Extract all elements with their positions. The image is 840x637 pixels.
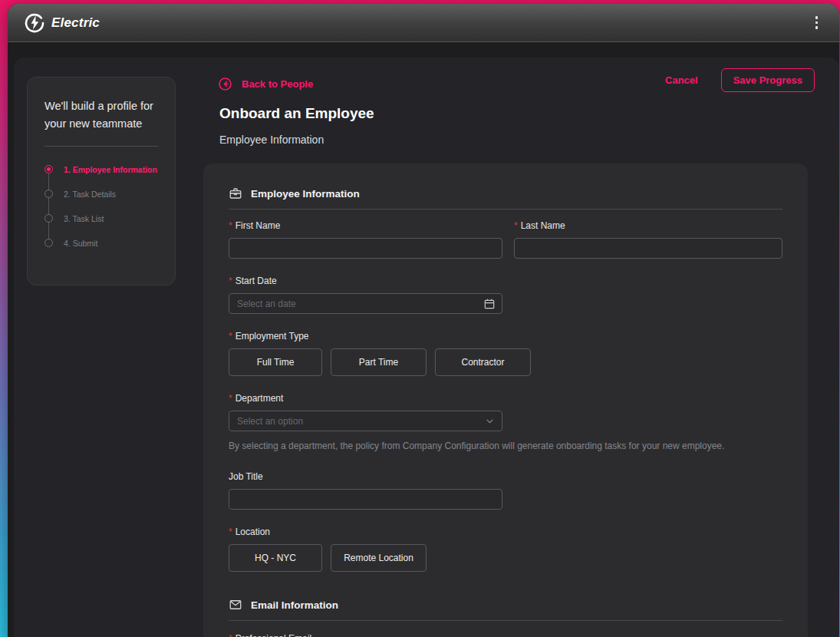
employee-information-section-header: Employee Information xyxy=(229,186,782,210)
main-panel: We'll build a profile for your new teamm… xyxy=(14,58,839,637)
employment-type-part-time-button[interactable]: Part Time xyxy=(331,348,427,376)
save-progress-button[interactable]: Save Progress xyxy=(721,68,815,92)
step-radio-icon xyxy=(44,190,53,198)
lightning-bolt-icon xyxy=(25,13,44,33)
back-link-label: Back to People xyxy=(242,78,313,90)
required-marker: * xyxy=(229,393,232,404)
department-field: * Department Select an option By selecti… xyxy=(229,393,782,454)
required-marker: * xyxy=(229,220,232,231)
step-employee-information[interactable]: 1. Employee Information xyxy=(44,157,158,182)
location-label: Location xyxy=(236,526,270,537)
professional-email-field: * Professional Email Select an option xyxy=(229,633,782,637)
department-helper-text: By selecting a department, the policy fr… xyxy=(229,438,727,454)
employment-type-label: Employment Type xyxy=(236,331,309,342)
department-select-placeholder: Select an option xyxy=(237,416,303,427)
stepper-title: We'll build a profile for your new teamm… xyxy=(44,97,158,134)
department-label: Department xyxy=(236,393,284,404)
job-title-input[interactable] xyxy=(229,489,502,510)
start-date-label: Start Date xyxy=(236,276,277,286)
stepper-steps: 1. Employee Information 2. Task Details … xyxy=(44,157,158,256)
first-name-input[interactable] xyxy=(229,238,502,259)
stepper-divider xyxy=(44,146,158,147)
required-marker: * xyxy=(229,633,232,637)
location-remote-button[interactable]: Remote Location xyxy=(331,544,427,572)
step-task-details[interactable]: 2. Task Details xyxy=(44,182,158,206)
required-marker: * xyxy=(514,220,518,231)
kebab-menu-icon[interactable] xyxy=(811,12,823,34)
stepper-card: We'll build a profile for your new teamm… xyxy=(27,77,176,285)
employment-type-contractor-button[interactable]: Contractor xyxy=(435,348,531,376)
cancel-button[interactable]: Cancel xyxy=(665,74,698,86)
section-title: Employee Information xyxy=(251,188,360,200)
desktop-background: Electric We'll build a profile for your … xyxy=(0,0,840,637)
professional-email-label: Professional Email xyxy=(236,633,311,637)
required-marker: * xyxy=(229,526,232,537)
step-radio-icon xyxy=(44,214,53,223)
app-window: Electric We'll build a profile for your … xyxy=(8,4,839,637)
employment-type-full-time-button[interactable]: Full Time xyxy=(229,348,322,376)
onboarding-form-card: Employee Information * First Name * xyxy=(203,163,808,637)
department-select[interactable]: Select an option xyxy=(229,411,502,431)
step-label: 3. Task List xyxy=(64,214,104,223)
step-task-list[interactable]: 3. Task List xyxy=(44,206,158,231)
back-to-people-link[interactable]: Back to People xyxy=(219,78,313,91)
briefcase-icon xyxy=(229,186,242,200)
job-title-field: Job Title xyxy=(229,471,782,510)
page-title: Onboard an Employee xyxy=(219,105,374,122)
first-name-label: First Name xyxy=(236,220,281,231)
step-label: 1. Employee Information xyxy=(64,165,157,174)
step-radio-icon xyxy=(44,239,53,247)
required-marker: * xyxy=(229,331,232,342)
first-name-field: * First Name xyxy=(229,220,502,259)
step-submit[interactable]: 4. Submit xyxy=(44,231,158,256)
location-hq-nyc-button[interactable]: HQ - NYC xyxy=(229,544,322,572)
last-name-field: * Last Name xyxy=(514,220,782,259)
circled-back-arrow-icon xyxy=(219,78,232,91)
page-subtitle: Employee Information xyxy=(219,134,324,146)
location-field: * Location HQ - NYC Remote Location xyxy=(229,526,782,572)
email-information-section-header: Email Information xyxy=(229,598,782,621)
last-name-label: Last Name xyxy=(521,220,565,231)
email-information-section: Email Information * Professional Email S… xyxy=(229,598,782,637)
start-date-field: * Start Date xyxy=(229,276,782,314)
header-actions: Cancel Save Progress xyxy=(665,68,815,92)
step-label: 2. Task Details xyxy=(64,190,116,199)
step-radio-icon xyxy=(44,165,53,173)
step-label: 4. Submit xyxy=(64,239,97,248)
job-title-label: Job Title xyxy=(229,471,263,482)
calendar-icon[interactable] xyxy=(483,298,496,310)
start-date-input[interactable] xyxy=(229,293,502,314)
section-title: Email Information xyxy=(251,599,338,611)
top-bar: Electric xyxy=(8,4,839,42)
employment-type-field: * Employment Type Full Time Part Time Co… xyxy=(229,331,782,376)
required-marker: * xyxy=(229,276,232,286)
envelope-icon xyxy=(229,598,242,612)
name-fields-row: * First Name * Last Name xyxy=(229,220,782,259)
chevron-down-icon xyxy=(485,416,495,426)
logo-text: Electric xyxy=(51,15,100,31)
last-name-input[interactable] xyxy=(514,238,782,259)
electric-logo: Electric xyxy=(25,13,100,33)
